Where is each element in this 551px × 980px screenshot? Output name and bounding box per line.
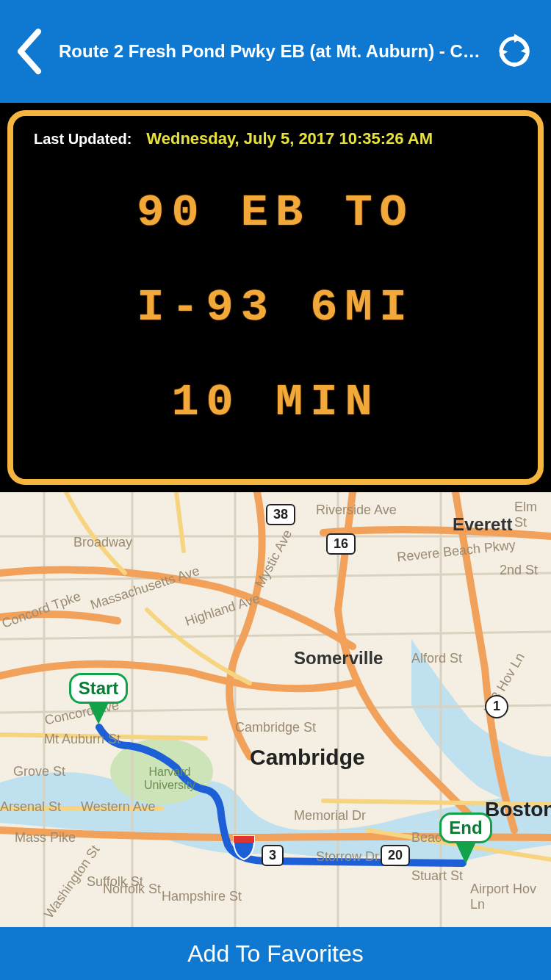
refresh-icon bbox=[495, 32, 533, 71]
last-updated-value: Wednesday, July 5, 2017 10:35:26 AM bbox=[146, 129, 433, 148]
refresh-button[interactable] bbox=[492, 29, 536, 73]
map-street-memorial: Memorial Dr bbox=[294, 808, 366, 824]
map-street-suffolk: Suffolk St bbox=[87, 874, 143, 890]
back-button[interactable] bbox=[7, 22, 51, 81]
map-label-cambridge: Cambridge bbox=[250, 745, 365, 770]
end-pin-label: End bbox=[439, 813, 491, 843]
route-shield-3: 3 bbox=[262, 845, 284, 866]
route-shield-1: 1 bbox=[485, 695, 508, 718]
vms-sign-container: Last Updated: Wednesday, July 5, 2017 10… bbox=[0, 103, 551, 492]
start-pin-label: Start bbox=[69, 673, 129, 704]
route-shield-38: 38 bbox=[266, 504, 295, 525]
pin-tail-icon bbox=[88, 702, 109, 724]
map-label-everett: Everett bbox=[453, 514, 512, 535]
map-street-cambridge-st: Cambridge St bbox=[235, 720, 316, 735]
vms-sign: Last Updated: Wednesday, July 5, 2017 10… bbox=[7, 110, 544, 485]
footer-bar: Add To Favorites bbox=[0, 927, 551, 980]
pin-tail-icon bbox=[455, 842, 476, 864]
header-bar: Route 2 Fresh Pond Pwky EB (at Mt. Aubur… bbox=[0, 0, 551, 103]
map-street-stuart: Stuart St bbox=[411, 868, 463, 884]
map-label-harvard: Harvard University bbox=[137, 765, 203, 792]
map-street-second: 2nd St bbox=[500, 563, 538, 578]
last-updated-row: Last Updated: Wednesday, July 5, 2017 10… bbox=[34, 129, 517, 148]
end-pin[interactable]: End bbox=[433, 813, 498, 864]
app-root: Route 2 Fresh Pond Pwky EB (at Mt. Aubur… bbox=[0, 0, 551, 980]
map-street-airporthov: Airport Hov Ln bbox=[470, 882, 551, 912]
route-shield-20: 20 bbox=[381, 845, 410, 866]
map-street-western: Western Ave bbox=[81, 799, 155, 815]
map-street-mass-pike: Mass Pike bbox=[15, 830, 76, 846]
route-map[interactable]: Cambridge Boston Somerville Everett Rive… bbox=[0, 492, 551, 927]
svg-rect-13 bbox=[234, 836, 254, 843]
chevron-left-icon bbox=[13, 26, 46, 77]
vms-line-2: I-93 6MI bbox=[137, 281, 414, 334]
map-street-broadway: Broadway bbox=[73, 535, 132, 550]
map-street-hampshire: Hampshire St bbox=[162, 889, 242, 904]
map-street-storrow: Storrow Dr bbox=[316, 849, 379, 865]
start-pin[interactable]: Start bbox=[66, 673, 131, 724]
map-street-mt-auburn: Mt Auburn St bbox=[44, 732, 120, 747]
map-street-elm: Elm St bbox=[514, 500, 551, 530]
vms-line-1: 90 EB TO bbox=[137, 187, 414, 239]
add-to-favorites-button[interactable]: Add To Favorites bbox=[187, 940, 364, 968]
map-label-somerville: Somerville bbox=[294, 648, 383, 669]
vms-message: 90 EB TO I-93 6MI 10 MIN bbox=[34, 173, 517, 428]
last-updated-label: Last Updated: bbox=[34, 131, 132, 148]
route-shield-16: 16 bbox=[326, 533, 356, 555]
vms-line-3: 10 MIN bbox=[171, 376, 379, 428]
page-title: Route 2 Fresh Pond Pwky EB (at Mt. Aubur… bbox=[51, 41, 492, 62]
map-street-riverside: Riverside Ave bbox=[316, 502, 397, 518]
map-street-grove: Grove St bbox=[13, 764, 65, 779]
map-street-arsenal: Arsenal St bbox=[0, 799, 61, 815]
map-street-alford: Alford St bbox=[411, 651, 462, 666]
